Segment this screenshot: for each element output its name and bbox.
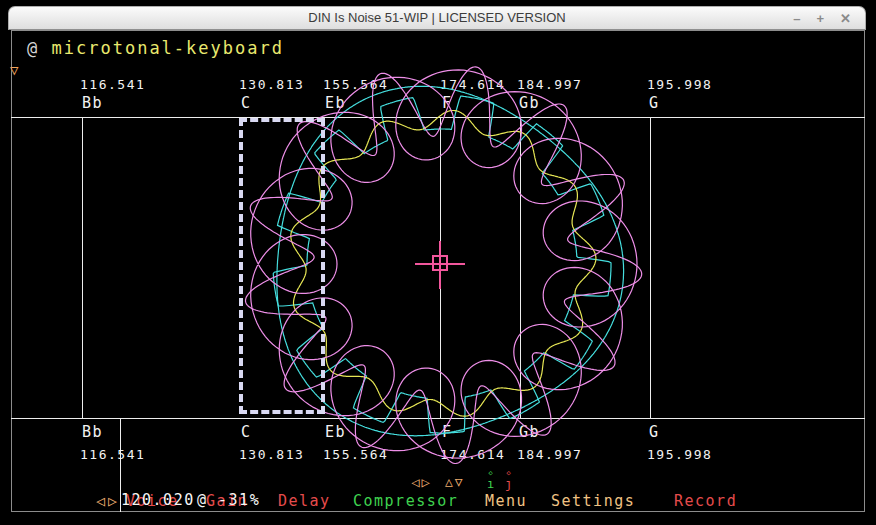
- j-key-diamond-icon: ◇: [507, 470, 511, 477]
- i-key-diamond-icon: ◇: [489, 470, 493, 477]
- j-key-button[interactable]: ◇ ȷ: [505, 470, 512, 490]
- j-key-letter: ȷ: [505, 478, 512, 490]
- settings-menu-item[interactable]: Settings: [551, 494, 635, 509]
- gain-readout: @ -31%: [197, 493, 260, 508]
- i-key-button[interactable]: ◇ ı: [487, 470, 494, 490]
- selection-rectangle: [239, 118, 325, 414]
- i-key-letter: ı: [487, 478, 494, 490]
- voice-spinner-arrows[interactable]: ◁▷: [96, 494, 120, 509]
- menu-menu-item[interactable]: Menu: [485, 494, 527, 509]
- delay-menu-item[interactable]: Delay: [278, 494, 331, 509]
- record-menu-item[interactable]: Record: [674, 494, 737, 509]
- compressor-menu-item[interactable]: Compressor: [353, 494, 458, 509]
- up-down-arrows[interactable]: △▽: [445, 475, 465, 488]
- din-is-noise-app: { "window": { "title": "DIN Is Noise 51-…: [0, 0, 876, 525]
- bpm-readout: 120.020: [121, 493, 195, 508]
- crosshair-center-box: [432, 255, 448, 271]
- left-right-arrows[interactable]: ◁▷: [411, 475, 432, 489]
